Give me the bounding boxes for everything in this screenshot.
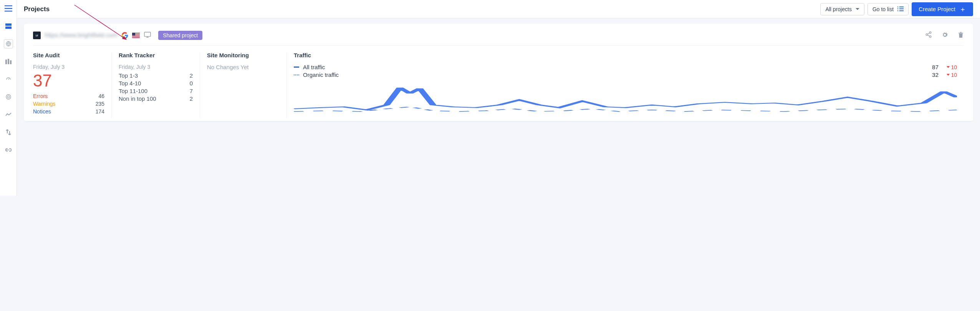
columns-icon[interactable] [4, 57, 13, 66]
traffic-organic-delta: 10 [945, 72, 957, 78]
plus-icon: ＋ [959, 6, 966, 13]
create-label: Create Project [919, 6, 955, 12]
rank-value: 0 [190, 80, 193, 86]
rank-row: Top 1-3 2 [119, 72, 193, 79]
warnings-value: 235 [96, 101, 104, 107]
notices-row[interactable]: Notices 174 [33, 108, 104, 115]
list-icon [897, 6, 904, 12]
transfer-icon[interactable] [4, 128, 13, 137]
filter-label: All projects [825, 6, 851, 12]
project-sections: Site Audit Friday, July 3 37 Errors 46 W… [33, 52, 964, 118]
rank-label: Non in top 100 [119, 95, 156, 102]
traffic-all-label: All traffic [303, 64, 325, 70]
svg-point-6 [6, 95, 11, 99]
chevron-down-icon [856, 8, 859, 10]
errors-row[interactable]: Errors 46 [33, 93, 104, 99]
traffic-sparkline [294, 84, 957, 116]
project-header: bf https://www.brightfield.com [33, 31, 964, 46]
project-url[interactable]: https://www.brightfield.com [45, 32, 118, 39]
favicon: bf [33, 32, 41, 39]
traffic-title: Traffic [294, 52, 957, 58]
svg-rect-15 [132, 37, 140, 37]
rank-tracker-title: Rank Tracker [119, 52, 193, 58]
svg-rect-18 [144, 32, 151, 37]
trend-icon[interactable] [4, 110, 13, 119]
traffic-legend-solid [294, 67, 299, 68]
rank-value: 2 [190, 95, 193, 102]
shared-badge: Shared project [158, 31, 202, 40]
goto-label: Go to list [872, 6, 894, 12]
gauge-icon[interactable] [4, 75, 13, 84]
rank-tracker-date: Friday, July 3 [119, 64, 193, 70]
create-project-button[interactable]: Create Project ＋ [912, 2, 973, 16]
errors-value: 46 [98, 93, 104, 99]
traffic-organic-value: 32 [932, 72, 939, 78]
site-audit-title: Site Audit [33, 52, 104, 58]
svg-rect-5 [10, 60, 12, 64]
svg-rect-14 [132, 36, 140, 36]
svg-rect-0 [5, 23, 12, 26]
gear-icon[interactable] [941, 31, 949, 40]
filter-projects-dropdown[interactable]: All projects [820, 3, 864, 15]
page-title: Projects [24, 5, 50, 13]
site-audit-date: Friday, July 3 [33, 64, 104, 70]
target-icon[interactable] [4, 92, 13, 101]
rank-value: 2 [190, 72, 193, 79]
trend-down-icon [947, 74, 950, 76]
page-header: Projects All projects Go to list Create … [17, 0, 980, 18]
nav-item-projects[interactable] [4, 22, 13, 31]
svg-rect-3 [5, 60, 7, 64]
site-monitoring-title: Site Monitoring [207, 52, 280, 58]
site-monitoring-section: Site Monitoring No Changes Yet [200, 52, 287, 118]
trash-icon[interactable] [958, 31, 964, 40]
svg-rect-16 [132, 37, 140, 38]
traffic-section: Traffic All traffic 87 10 [287, 52, 964, 118]
rank-value: 7 [190, 88, 193, 94]
goto-list-button[interactable]: Go to list [867, 3, 909, 15]
site-audit-score: 37 [33, 72, 104, 89]
share-icon[interactable] [925, 31, 932, 40]
flag-us-icon [132, 33, 140, 38]
rank-label: Top 11-100 [119, 88, 147, 94]
rank-label: Top 4-10 [119, 80, 141, 86]
rank-row: Top 11-100 7 [119, 88, 193, 94]
warnings-row[interactable]: Warnings 235 [33, 101, 104, 107]
svg-point-7 [7, 96, 9, 98]
svg-point-21 [929, 36, 931, 38]
notices-value: 174 [96, 108, 104, 115]
rank-row: Top 4-10 0 [119, 80, 193, 86]
warnings-label: Warnings [33, 101, 56, 107]
globe-icon[interactable] [4, 39, 13, 48]
link-icon[interactable] [4, 145, 13, 155]
rank-row: Non in top 100 2 [119, 95, 193, 102]
errors-label: Errors [33, 93, 48, 99]
traffic-row-all: All traffic 87 10 [294, 64, 957, 70]
traffic-legend-dotted [294, 75, 299, 75]
desktop-icon [144, 32, 151, 39]
trend-down-icon [947, 66, 950, 68]
traffic-organic-label: Organic traffic [303, 72, 339, 78]
site-audit-section: Site Audit Friday, July 3 37 Errors 46 W… [33, 52, 112, 118]
notices-label: Notices [33, 108, 51, 115]
traffic-all-value: 87 [932, 64, 939, 70]
sidebar [0, 0, 17, 196]
svg-point-19 [929, 32, 931, 34]
traffic-row-organic: Organic traffic 32 10 [294, 72, 957, 78]
no-changes-text: No Changes Yet [207, 64, 280, 70]
svg-rect-1 [5, 27, 12, 29]
rank-tracker-section: Rank Tracker Friday, July 3 Top 1-3 2 To… [112, 52, 200, 118]
svg-rect-4 [8, 59, 9, 64]
svg-point-20 [926, 34, 928, 36]
google-icon [121, 32, 128, 39]
project-card: bf https://www.brightfield.com [24, 24, 973, 121]
svg-rect-17 [132, 33, 135, 36]
rank-label: Top 1-3 [119, 72, 138, 79]
menu-icon[interactable] [5, 5, 12, 13]
traffic-all-delta: 10 [945, 64, 957, 70]
